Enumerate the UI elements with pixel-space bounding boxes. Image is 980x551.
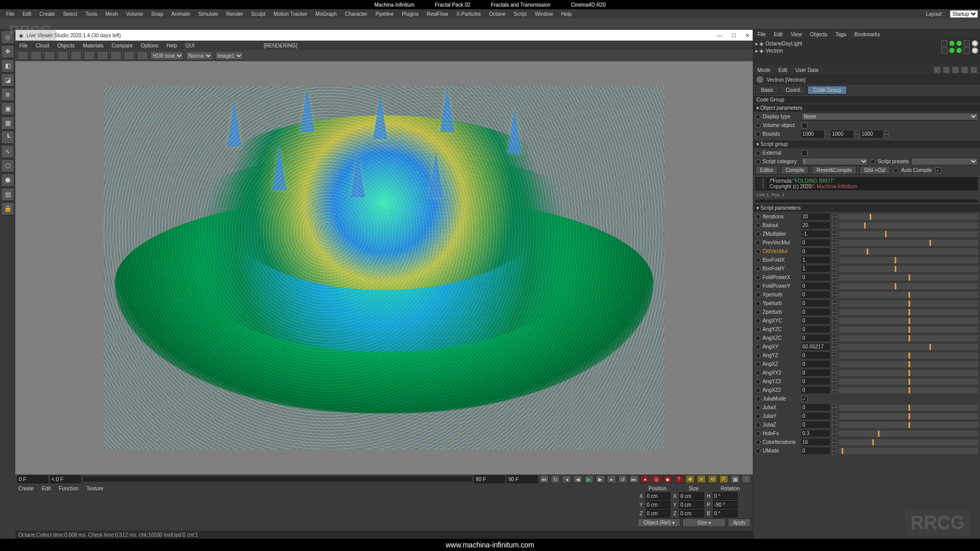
param-slider[interactable] [839,283,978,289]
spinner-icon[interactable] [832,421,837,429]
viewer-menu-help[interactable]: Help [162,43,181,48]
param-value-field[interactable] [801,222,830,229]
spinner-icon[interactable] [832,343,837,350]
spinner-icon[interactable] [832,387,837,394]
volume-object-checkbox[interactable] [801,122,807,129]
grid-icon[interactable]: ▤ [1,188,14,201]
visibility-editor-icon[interactable] [949,41,954,46]
display-type-radio[interactable] [755,114,761,119]
param-radio[interactable] [755,370,761,375]
minimize-button[interactable]: — [717,33,722,38]
spinner-icon[interactable] [832,361,837,368]
param-radio[interactable] [755,353,761,358]
aov-icon[interactable] [97,51,108,60]
script-category-radio[interactable] [755,159,761,164]
fwd-icon[interactable] [943,67,949,73]
menu-volume[interactable]: Volume [122,11,147,17]
param-radio[interactable] [755,327,761,332]
main-toolbar[interactable] [0,18,980,30]
param-slider[interactable] [839,370,978,376]
lock-icon[interactable]: 🔒 [1,202,14,215]
uv-icon[interactable]: ▦ [1,116,14,130]
external-radio[interactable] [755,151,761,156]
param-slider[interactable] [839,344,978,350]
clip-icon[interactable] [124,51,135,60]
glsl-osl-button[interactable]: Glsl->Osl [860,166,890,174]
param-slider[interactable] [839,361,978,367]
axis-icon[interactable]: ┗ [1,131,14,144]
spinner-icon[interactable] [832,283,837,290]
rot-key-icon[interactable]: ⟲ [708,475,717,483]
tone-dropdown[interactable]: HDR tone [150,51,184,60]
up-icon[interactable] [952,67,959,73]
param-value-field[interactable] [801,291,830,298]
param-radio[interactable] [755,388,761,393]
menu-select[interactable]: Select [59,11,81,17]
play-icon[interactable]: ▶ [584,475,594,483]
visibility-render-icon[interactable] [957,41,962,46]
param-slider[interactable] [839,214,978,220]
menu-character[interactable]: Character [341,11,372,17]
param-value-field[interactable] [801,213,830,220]
bounds-y-field[interactable] [831,131,853,138]
param-radio[interactable] [755,275,761,280]
autokey-icon[interactable]: ◎ [652,475,661,483]
param-radio[interactable] [755,266,761,271]
compile-button[interactable]: Compile [781,166,809,174]
param-slider[interactable] [839,266,978,272]
menu-mesh[interactable]: Mesh [102,11,122,17]
menu-window[interactable]: Window [531,11,557,17]
tab-code-group[interactable]: Code Group [807,86,846,94]
spinner-icon[interactable] [832,300,837,307]
prev-frame-icon[interactable]: ◀ [573,475,582,483]
cube-icon[interactable]: ◧ [1,59,14,72]
image-dropdown[interactable]: Image1 [215,51,243,60]
size-x-field[interactable] [679,492,704,500]
spinner-icon[interactable] [832,404,837,411]
param-radio[interactable] [755,258,761,263]
menu-motion-tracker[interactable]: Motion Tracker [270,11,311,17]
param-value-field[interactable] [801,439,830,445]
param-value-field[interactable] [801,274,830,281]
tag-slot-icon[interactable] [964,47,970,54]
param-slider[interactable] [839,257,978,263]
param-slider[interactable] [839,387,978,393]
objmgr-menu-bookmarks[interactable]: Bookmarks [850,32,884,37]
start-frame-field[interactable] [50,475,81,483]
display-type-dropdown[interactable]: None [801,113,978,120]
auto-compile-checkbox[interactable] [935,167,941,173]
size-mode-dropdown[interactable]: Size ▾ [682,518,725,527]
tab-basic[interactable]: Basic [755,86,779,94]
param-value-field[interactable] [801,447,830,454]
param-radio[interactable] [755,232,761,237]
script-presets-radio[interactable] [870,159,875,164]
code-scrollbar[interactable] [755,199,978,203]
param-value-field[interactable] [801,352,830,359]
viewer-menu-options[interactable]: Options [137,43,162,48]
objmgr-menu-tags[interactable]: Tags [831,32,850,37]
redo-icon[interactable]: ↺ [618,475,627,483]
menu-edit[interactable]: Edit [18,11,35,17]
timeline-track[interactable] [83,477,472,482]
material-menu-function[interactable]: Function [59,486,78,491]
spinner-icon[interactable] [832,213,837,220]
param-radio[interactable] [755,396,761,402]
code-editor[interactable]: 1 /*Formula:"FOLDING BROT" 1 Copyright (… [755,177,978,190]
spinner-icon[interactable] [832,335,837,342]
tab-coord[interactable]: Coord. [780,86,806,94]
pos-x-field[interactable] [646,492,670,500]
bounds-z-field[interactable] [861,131,883,138]
end-frame-field[interactable] [474,475,505,483]
spinner-icon[interactable] [832,413,837,420]
viewer-menu-compare[interactable]: Compare [108,43,137,48]
spinner-icon[interactable] [832,222,837,229]
menu-create[interactable]: Create [35,11,59,17]
rot-b-field[interactable] [713,510,738,517]
param-radio[interactable] [755,292,761,297]
settings-icon[interactable] [137,51,148,60]
param-slider[interactable] [839,439,978,445]
param-radio[interactable] [755,379,761,384]
spinner-icon[interactable] [832,439,837,446]
move-tool-icon[interactable]: ✥ [1,45,14,58]
spinner-icon[interactable] [832,378,837,385]
